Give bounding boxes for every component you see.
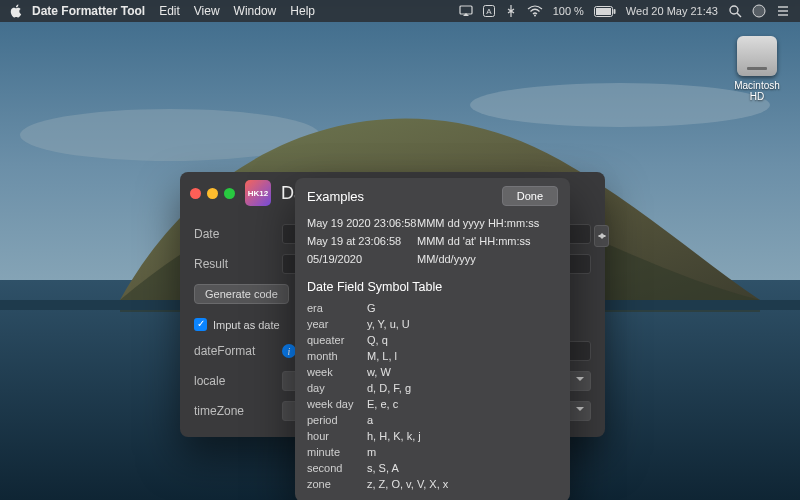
input-source-icon[interactable]: A bbox=[483, 5, 495, 17]
locale-label: locale bbox=[194, 374, 274, 388]
input-as-date-label: Imput as date bbox=[213, 319, 280, 331]
generate-code-button[interactable]: Generate code bbox=[194, 284, 289, 304]
menu-app-title[interactable]: Date Formatter Tool bbox=[32, 4, 145, 18]
wifi-icon[interactable] bbox=[527, 5, 543, 17]
example-row: May 19 2020 23:06:58MMM dd yyyy HH:mm:ss bbox=[307, 214, 558, 232]
minimize-button[interactable] bbox=[207, 188, 218, 199]
input-as-date-checkbox[interactable] bbox=[194, 318, 207, 331]
menu-edit[interactable]: Edit bbox=[159, 4, 180, 18]
hard-drive-icon bbox=[737, 36, 777, 76]
symbol-row: weekw, W bbox=[307, 364, 558, 380]
battery-icon[interactable] bbox=[594, 6, 616, 17]
airplay-icon[interactable] bbox=[459, 5, 473, 17]
app-icon: HK12 bbox=[245, 180, 271, 206]
svg-text:A: A bbox=[486, 7, 492, 16]
bluetooth-icon[interactable] bbox=[505, 5, 517, 17]
siri-icon[interactable] bbox=[752, 4, 766, 18]
symbol-row: monthM, L, l bbox=[307, 348, 558, 364]
symbol-table: eraG yeary, Y, u, U queaterQ, q monthM, … bbox=[295, 300, 570, 492]
symbol-row: perioda bbox=[307, 412, 558, 428]
done-button[interactable]: Done bbox=[502, 186, 558, 206]
symbol-row: dayd, D, F, g bbox=[307, 380, 558, 396]
symbol-row: zonez, Z, O, v, V, X, x bbox=[307, 476, 558, 492]
drive-label: Macintosh HD bbox=[728, 80, 786, 102]
spotlight-icon[interactable] bbox=[728, 4, 742, 18]
examples-heading: Examples bbox=[307, 189, 364, 204]
symbol-row: hourh, H, K, k, j bbox=[307, 428, 558, 444]
svg-line-12 bbox=[737, 13, 741, 17]
svg-rect-4 bbox=[460, 6, 472, 14]
menu-help[interactable]: Help bbox=[290, 4, 315, 18]
notification-center-icon[interactable] bbox=[776, 5, 790, 17]
svg-point-11 bbox=[730, 6, 738, 14]
examples-table: May 19 2020 23:06:58MMM dd yyyy HH:mm:ss… bbox=[295, 212, 570, 270]
battery-percent[interactable]: 100 % bbox=[553, 5, 584, 17]
menu-bar: Date Formatter Tool Edit View Window Hel… bbox=[0, 0, 800, 22]
symbol-row: eraG bbox=[307, 300, 558, 316]
traffic-lights[interactable] bbox=[190, 188, 235, 199]
examples-popover: Examples Done May 19 2020 23:06:58MMM dd… bbox=[295, 178, 570, 500]
symbol-row: minutem bbox=[307, 444, 558, 460]
close-button[interactable] bbox=[190, 188, 201, 199]
svg-rect-10 bbox=[613, 9, 615, 14]
example-row: May 19 at 23:06:58MMM dd 'at' HH:mm:ss bbox=[307, 232, 558, 250]
desktop-drive[interactable]: Macintosh HD bbox=[728, 36, 786, 102]
menu-window[interactable]: Window bbox=[234, 4, 277, 18]
svg-rect-9 bbox=[596, 8, 611, 15]
apple-logo-icon bbox=[10, 4, 22, 18]
symbol-row: seconds, S, A bbox=[307, 460, 558, 476]
menu-clock[interactable]: Wed 20 May 21:43 bbox=[626, 5, 718, 17]
symbol-table-heading: Date Field Symbol Table bbox=[295, 270, 570, 300]
menu-view[interactable]: View bbox=[194, 4, 220, 18]
dateformat-label: dateFormat bbox=[194, 344, 274, 358]
svg-point-3 bbox=[470, 83, 770, 127]
menu-bar-right: A 100 % Wed 20 May 21:43 bbox=[459, 4, 790, 18]
symbol-row: queaterQ, q bbox=[307, 332, 558, 348]
date-stepper[interactable] bbox=[594, 225, 609, 247]
example-row: 05/19/2020MM/dd/yyyy bbox=[307, 250, 558, 268]
result-label: Result bbox=[194, 257, 274, 271]
symbol-row: week dayE, e, c bbox=[307, 396, 558, 412]
zoom-button[interactable] bbox=[224, 188, 235, 199]
symbol-row: yeary, Y, u, U bbox=[307, 316, 558, 332]
timezone-label: timeZone bbox=[194, 404, 274, 418]
svg-point-7 bbox=[534, 15, 536, 17]
dateformat-info-icon[interactable]: i bbox=[282, 344, 296, 358]
date-label: Date bbox=[194, 227, 274, 241]
